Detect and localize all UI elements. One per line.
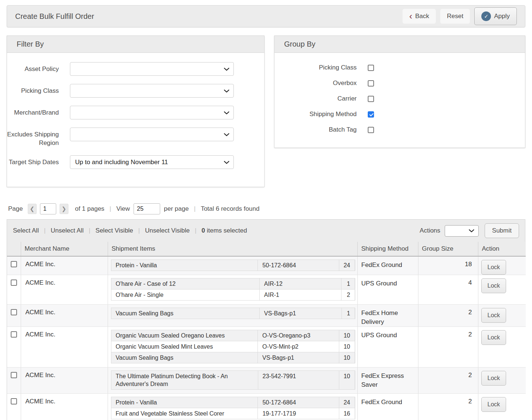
group-size: 18 bbox=[418, 256, 478, 275]
results-table: Merchant Name Shipment Items Shipping Me… bbox=[7, 242, 526, 420]
shipping-method: FedEx Home Delivery bbox=[357, 305, 418, 327]
per-page-input[interactable] bbox=[134, 203, 160, 214]
page-title: Create Bulk Fulfill Order bbox=[15, 12, 398, 21]
overbox-checkbox[interactable] bbox=[368, 80, 374, 87]
shipment-item-row: Vacuum Sealing BagsVS-Bags-p110 bbox=[111, 352, 355, 363]
target-ship-dates-select[interactable]: Up to and including November 11 bbox=[70, 155, 234, 169]
item-name: Organic Vacuum Sealed Mint Leaves bbox=[111, 341, 257, 352]
lock-button[interactable]: Lock bbox=[481, 308, 506, 323]
merchant-name: ACME Inc. bbox=[21, 305, 108, 327]
picking-class-select[interactable] bbox=[70, 84, 234, 98]
group-size: 4 bbox=[418, 275, 478, 305]
table-row: ACME Inc.Protein - Vanilla50-172-686424F… bbox=[7, 256, 526, 275]
asset-policy-select[interactable] bbox=[70, 62, 234, 76]
page: Create Bulk Fulfill Order ‹ Back Reset ✓… bbox=[0, 0, 532, 420]
excludes-shipping-region-select[interactable] bbox=[70, 128, 234, 141]
filter-field-merchant-brand: Merchant/Brand bbox=[7, 106, 264, 119]
group-size: 2 bbox=[418, 394, 478, 420]
group-size: 2 bbox=[418, 327, 478, 368]
divider: | bbox=[89, 227, 90, 234]
merchant-brand-select[interactable] bbox=[70, 106, 234, 119]
unselect-all-link[interactable]: Unselect All bbox=[51, 227, 84, 234]
total-records-label: Total 6 records found bbox=[201, 205, 260, 213]
item-quantity: 10 bbox=[339, 371, 355, 390]
unselect-visible-link[interactable]: Unselect Visible bbox=[145, 227, 190, 234]
item-sku: AIR-12 bbox=[259, 278, 341, 289]
table-row: ACME Inc.Protein - Vanilla50-172-686424F… bbox=[7, 394, 526, 420]
group-size: 2 bbox=[418, 368, 478, 394]
row-checkbox[interactable] bbox=[11, 261, 17, 267]
apply-button[interactable]: ✓ Apply bbox=[474, 7, 517, 25]
item-name: Organic Vacuum Sealed Oregano Leaves bbox=[111, 330, 257, 341]
picking-class-checkbox[interactable] bbox=[368, 65, 374, 71]
row-checkbox[interactable] bbox=[11, 372, 17, 378]
actions-select[interactable] bbox=[445, 225, 479, 237]
row-checkbox[interactable] bbox=[11, 280, 17, 286]
page-label: Page bbox=[8, 205, 23, 213]
group-option-label: Carrier bbox=[275, 95, 357, 102]
group-by-title: Group By bbox=[274, 35, 525, 53]
next-page-button[interactable]: ❯ bbox=[60, 204, 68, 214]
table-row: ACME Inc.The Ultimate Platinum Detecting… bbox=[7, 368, 526, 394]
items-selected-count: 0 items selected bbox=[202, 227, 247, 234]
select-visible-link[interactable]: Select Visible bbox=[95, 227, 133, 234]
lock-button[interactable]: Lock bbox=[481, 330, 506, 345]
shipment-item-row: The Ultimate Platinum Detecting Book - A… bbox=[111, 371, 355, 390]
item-quantity: 16 bbox=[339, 408, 355, 419]
row-checkbox[interactable] bbox=[11, 309, 17, 315]
table-row: ACME Inc.Vacuum Sealing BagsVS-Bags-p11F… bbox=[7, 305, 526, 327]
shipping-method-checkbox[interactable] bbox=[368, 111, 374, 118]
table-row: ACME Inc.O'hare Air - Case of 12AIR-121O… bbox=[7, 275, 526, 305]
shipping-method-header: Shipping Method bbox=[357, 242, 418, 256]
back-button[interactable]: ‹ Back bbox=[403, 9, 436, 24]
item-sku: AIR-1 bbox=[259, 289, 341, 301]
select-all-link[interactable]: Select All bbox=[13, 227, 39, 234]
select-column-header bbox=[7, 242, 21, 256]
table-row: ACME Inc.Organic Vacuum Sealed Oregano L… bbox=[7, 327, 526, 368]
divider: | bbox=[138, 227, 140, 234]
reset-button[interactable]: Reset bbox=[440, 9, 470, 24]
target-ship-dates-select-wrap: Up to and including November 11 bbox=[70, 155, 234, 169]
page-number-input[interactable] bbox=[40, 203, 56, 214]
title-bar: Create Bulk Fulfill Order ‹ Back Reset ✓… bbox=[7, 5, 525, 27]
group-option-overbox: Overbox bbox=[275, 79, 525, 87]
item-sku: VS-Bags-p1 bbox=[257, 352, 339, 363]
shipping-method: UPS Ground bbox=[357, 327, 418, 368]
chevron-right-icon: ❯ bbox=[61, 206, 66, 212]
shipment-item-row: Fruit and Vegetable Stainless Steel Core… bbox=[111, 408, 355, 419]
item-sku: VS-Bags-p1 bbox=[259, 308, 341, 319]
group-size: 2 bbox=[418, 305, 478, 327]
item-quantity: 10 bbox=[339, 341, 355, 352]
shipment-items-table: Protein - Vanilla50-172-686424Fruit and … bbox=[111, 397, 355, 419]
submit-button[interactable]: Submit bbox=[485, 223, 519, 238]
shipment-item-row: Organic Vacuum Sealed Oregano LeavesO-VS… bbox=[111, 330, 355, 341]
panels-row: Filter By Asset PolicyPicking ClassMerch… bbox=[7, 35, 525, 187]
item-name: The Ultimate Platinum Detecting Book - A… bbox=[111, 371, 258, 390]
item-sku: O-VS-Mint-p2 bbox=[257, 341, 339, 352]
carrier-checkbox[interactable] bbox=[368, 96, 374, 102]
item-sku: 50-172-6864 bbox=[258, 260, 339, 271]
pagination-bar: Page ❮ ❯ of 1 pages | View per page | To… bbox=[7, 203, 525, 214]
item-quantity: 10 bbox=[339, 352, 355, 363]
group-option-label: Overbox bbox=[275, 79, 357, 87]
group-size-header: Group Size bbox=[418, 242, 478, 256]
batch-tag-checkbox[interactable] bbox=[368, 127, 374, 133]
item-quantity: 24 bbox=[339, 260, 355, 271]
results-table-container: Select All | Unselect All | Select Visib… bbox=[7, 219, 525, 420]
merchant-name: ACME Inc. bbox=[21, 327, 108, 368]
group-option-carrier: Carrier bbox=[275, 95, 525, 102]
check-circle-icon: ✓ bbox=[481, 11, 491, 21]
lock-button[interactable]: Lock bbox=[481, 260, 506, 275]
lock-button[interactable]: Lock bbox=[481, 397, 506, 412]
filter-field-label: Picking Class bbox=[7, 84, 70, 95]
lock-button[interactable]: Lock bbox=[481, 371, 506, 386]
row-checkbox[interactable] bbox=[11, 331, 17, 338]
per-page-label: per page bbox=[164, 205, 189, 213]
lock-button[interactable]: Lock bbox=[481, 278, 506, 293]
group-option-batch-tag: Batch Tag bbox=[275, 126, 525, 133]
previous-page-button[interactable]: ❮ bbox=[28, 204, 37, 214]
row-checkbox[interactable] bbox=[11, 398, 17, 404]
of-pages-label: of 1 pages bbox=[75, 205, 104, 213]
action-header: Action bbox=[478, 242, 526, 256]
filter-field-label: Excludes Shipping Region bbox=[7, 128, 70, 147]
